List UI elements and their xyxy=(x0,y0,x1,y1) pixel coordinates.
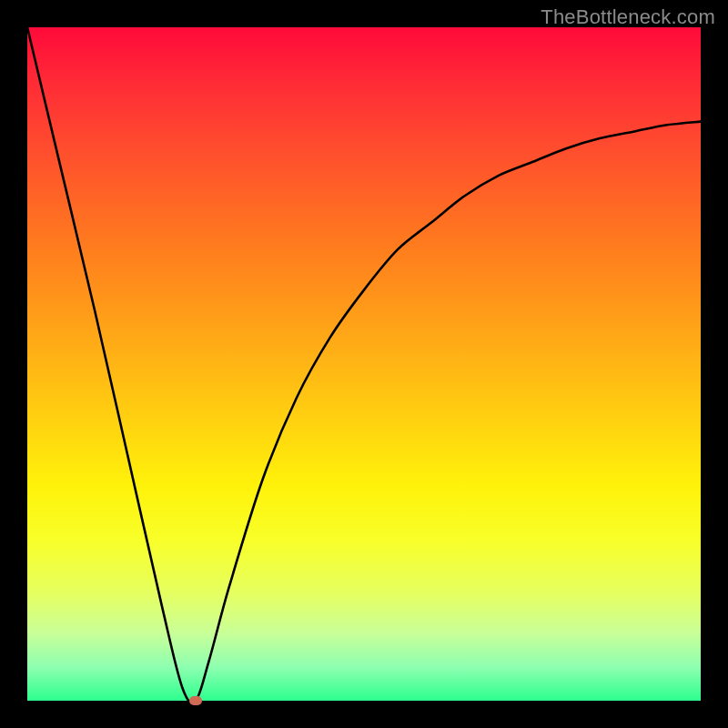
curve-path xyxy=(27,27,701,701)
plot-area xyxy=(27,27,701,701)
bottleneck-curve xyxy=(27,27,701,701)
chart-frame: TheBottleneck.com xyxy=(0,0,728,728)
min-marker xyxy=(189,696,202,705)
watermark-text: TheBottleneck.com xyxy=(541,5,715,29)
